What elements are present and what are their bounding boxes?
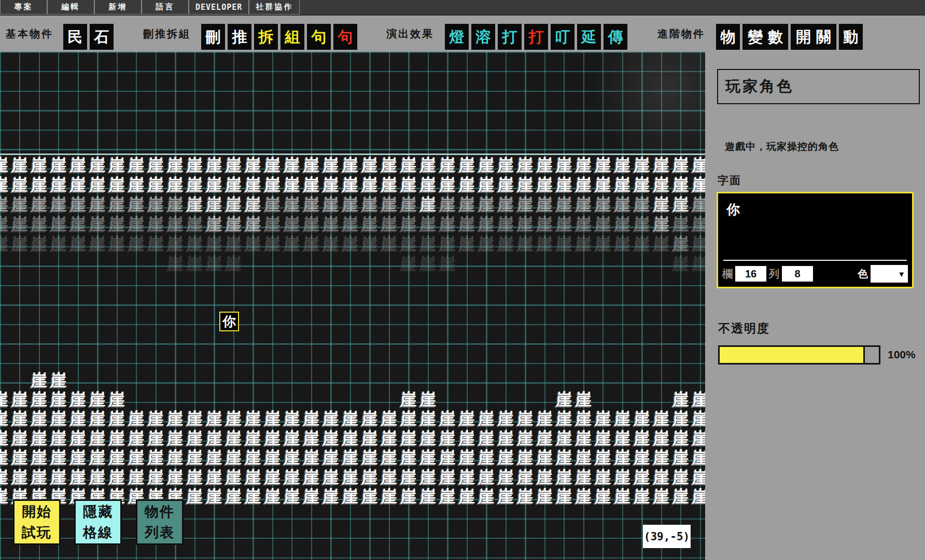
map-tile[interactable]: 崖 — [10, 448, 29, 467]
map-tile[interactable]: 崖 — [49, 429, 68, 448]
map-tile[interactable]: 崖 — [671, 468, 690, 487]
map-tile[interactable]: 崖 — [10, 468, 29, 487]
map-tile[interactable]: 崖 — [476, 234, 496, 254]
map-tile[interactable]: 崖 — [263, 156, 282, 175]
map-tile[interactable]: 崖 — [282, 409, 301, 428]
map-tile[interactable]: 崖 — [30, 448, 49, 467]
map-tile[interactable]: 崖 — [68, 156, 88, 175]
hide-grid-button[interactable]: 隱藏 格線 — [74, 499, 122, 545]
map-tile[interactable]: 崖 — [302, 429, 321, 448]
map-tile[interactable]: 崖 — [535, 468, 554, 487]
map-tile[interactable]: 崖 — [282, 175, 301, 194]
map-tile[interactable]: 崖 — [30, 175, 49, 194]
map-tile[interactable]: 崖 — [360, 215, 379, 234]
map-tile[interactable]: 崖 — [341, 448, 360, 467]
map-tile[interactable]: 崖 — [399, 468, 418, 487]
map-tile[interactable]: 崖 — [146, 234, 165, 254]
map-tile[interactable]: 崖 — [263, 215, 282, 234]
map-tile[interactable]: 崖 — [613, 429, 632, 448]
map-tile[interactable]: 崖 — [185, 429, 204, 448]
player-tile[interactable]: 你 — [219, 312, 239, 331]
map-tile[interactable]: 崖 — [476, 156, 496, 175]
map-tile[interactable]: 崖 — [496, 409, 515, 428]
map-tile[interactable]: 崖 — [691, 390, 706, 409]
map-tile[interactable]: 崖 — [515, 448, 535, 467]
map-tile[interactable]: 崖 — [224, 254, 243, 273]
map-tile[interactable]: 崖 — [554, 195, 573, 214]
map-tile[interactable]: 崖 — [613, 487, 632, 506]
map-tile[interactable]: 崖 — [282, 215, 301, 234]
map-tile[interactable]: 崖 — [593, 215, 612, 234]
map-tile[interactable]: 崖 — [68, 234, 88, 254]
map-tile[interactable]: 崖 — [380, 215, 399, 234]
map-tile[interactable]: 崖 — [302, 487, 321, 506]
map-tile[interactable]: 崖 — [438, 409, 457, 428]
map-tile[interactable]: 崖 — [515, 429, 535, 448]
map-tile[interactable]: 崖 — [574, 195, 593, 214]
map-tile[interactable]: 崖 — [146, 175, 165, 194]
map-tile[interactable]: 崖 — [243, 409, 262, 428]
map-tile[interactable]: 崖 — [185, 254, 204, 273]
map-tile[interactable]: 崖 — [554, 448, 573, 467]
map-tile[interactable]: 崖 — [0, 429, 10, 448]
map-tile[interactable]: 崖 — [321, 234, 340, 254]
map-tile[interactable]: 崖 — [652, 175, 671, 194]
map-tile[interactable]: 崖 — [399, 448, 418, 467]
toolbar-button-adv-variable[interactable]: 變數 — [742, 24, 788, 50]
map-tile[interactable]: 崖 — [360, 409, 379, 428]
map-tile[interactable]: 崖 — [302, 448, 321, 467]
toolbar-button-tool-sentence-yellow[interactable]: 句 — [307, 24, 331, 50]
map-tile[interactable]: 崖 — [418, 234, 438, 254]
map-tile[interactable]: 崖 — [282, 195, 301, 214]
map-tile[interactable]: 崖 — [496, 156, 515, 175]
map-tile[interactable]: 崖 — [107, 195, 127, 214]
map-tile[interactable]: 崖 — [380, 448, 399, 467]
map-tile[interactable]: 崖 — [224, 215, 243, 234]
map-tile[interactable]: 崖 — [380, 156, 399, 175]
map-tile[interactable]: 崖 — [380, 234, 399, 254]
toolbar-button-fx-teleport[interactable]: 傳 — [604, 24, 627, 50]
toolbar-button-tool-delete[interactable]: 刪 — [201, 24, 225, 50]
columns-input[interactable]: 16 — [735, 266, 766, 282]
map-tile[interactable]: 崖 — [632, 409, 651, 428]
map-tile[interactable]: 崖 — [88, 429, 107, 448]
map-tile[interactable]: 崖 — [535, 448, 554, 467]
map-tile[interactable]: 崖 — [127, 195, 146, 214]
map-tile[interactable]: 崖 — [574, 429, 593, 448]
map-tile[interactable]: 崖 — [593, 175, 612, 194]
map-tile[interactable]: 崖 — [204, 195, 223, 214]
map-tile[interactable]: 崖 — [30, 195, 49, 214]
map-tile[interactable]: 崖 — [68, 390, 88, 409]
map-tile[interactable]: 崖 — [165, 409, 185, 428]
object-list-button[interactable]: 物件 列表 — [136, 499, 184, 545]
map-tile[interactable]: 崖 — [691, 215, 706, 234]
map-tile[interactable]: 崖 — [10, 409, 29, 428]
map-tile[interactable]: 崖 — [302, 195, 321, 214]
map-tile[interactable]: 崖 — [185, 215, 204, 234]
map-tile[interactable]: 崖 — [574, 234, 593, 254]
map-tile[interactable]: 崖 — [380, 195, 399, 214]
map-tile[interactable]: 崖 — [418, 175, 438, 194]
map-tile[interactable]: 崖 — [341, 409, 360, 428]
map-tile[interactable]: 崖 — [0, 390, 10, 409]
map-tile[interactable]: 崖 — [0, 487, 10, 506]
map-tile[interactable]: 崖 — [457, 175, 476, 194]
map-tile[interactable]: 崖 — [574, 409, 593, 428]
map-tile[interactable]: 崖 — [185, 468, 204, 487]
map-tile[interactable]: 崖 — [107, 175, 127, 194]
map-tile[interactable]: 崖 — [399, 429, 418, 448]
map-tile[interactable]: 崖 — [282, 487, 301, 506]
map-tile[interactable]: 崖 — [204, 234, 223, 254]
map-tile[interactable]: 崖 — [49, 371, 68, 390]
map-tile[interactable]: 崖 — [535, 487, 554, 506]
map-tile[interactable]: 崖 — [165, 175, 185, 194]
map-tile[interactable]: 崖 — [68, 175, 88, 194]
map-tile[interactable]: 崖 — [652, 448, 671, 467]
toolbar-button-fx-light[interactable]: 燈 — [445, 24, 469, 50]
map-tile[interactable]: 崖 — [68, 195, 88, 214]
map-tile[interactable]: 崖 — [204, 156, 223, 175]
map-tile[interactable]: 崖 — [554, 234, 573, 254]
map-tile[interactable]: 崖 — [302, 234, 321, 254]
map-tile[interactable]: 崖 — [535, 175, 554, 194]
map-tile[interactable]: 崖 — [515, 468, 535, 487]
